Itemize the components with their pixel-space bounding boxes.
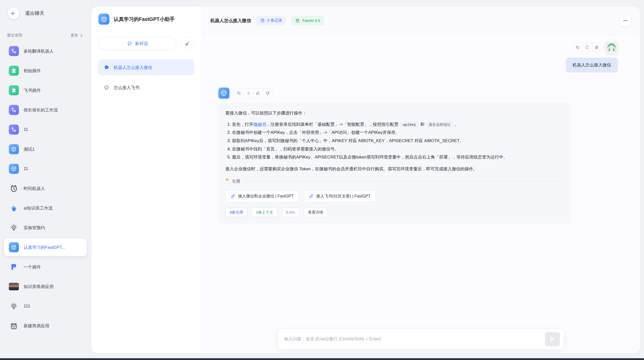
back-button[interactable]: [8, 8, 19, 19]
new-chat-label: 新对话: [135, 41, 148, 47]
step-item: 在微秘书中创建一个APIKey，点击「外部使用」->「API访问」创建一个API…: [232, 129, 562, 137]
link-icon: [231, 194, 235, 198]
history-item-wechat[interactable]: 机器人怎么接入微信: [98, 59, 194, 75]
puzzle-icon: [9, 85, 19, 95]
sidebar-item-translate-bot[interactable]: 多轮翻译机器人: [4, 42, 87, 60]
quote-header: “ 引用: [225, 178, 562, 185]
workflow-icon: [9, 125, 19, 135]
assistant-message-toolbar: [234, 88, 272, 98]
citation-link-wechat[interactable]: 接入微信和企业微信 | FastGPT: [225, 190, 299, 202]
step-item: 首先，打开微秘书，注册登录后找到菜单栏「基础配置」->「智能配置」，按照指引配置…: [232, 121, 562, 129]
sidebar-item-feishu-plugin[interactable]: 飞书插件: [4, 82, 87, 99]
chat-history-panel: 认真学习的FastGPT小助手 新对话 机器人怎么接入微信 怎么接入飞书: [91, 7, 202, 353]
lightbulb-icon: [9, 223, 19, 233]
cube-icon: [218, 88, 229, 99]
sidebar-item-time-bot[interactable]: 时间机器人: [4, 180, 87, 197]
sidebar-item-kb-simple-app[interactable]: 知识库简易应用: [4, 278, 87, 295]
sidebar-item-long-workflow[interactable]: 很长很长的工作流: [4, 101, 87, 119]
retry-icon: [585, 45, 589, 50]
sidebar-item-one-plugin[interactable]: 一个插件: [4, 258, 87, 276]
user-message: 机器人怎么接入微信: [218, 38, 624, 72]
response-meta-row: 9条引用 3条上下文 8.66s 查看详情: [225, 208, 562, 217]
clear-history-button[interactable]: [181, 37, 194, 50]
records-badge: 2 条记录: [256, 16, 286, 25]
app-title: 认真学习的FastGPT小助手: [114, 16, 175, 23]
puzzle-icon: [9, 66, 19, 76]
assistant-card: 要接入微信，可以按照以下步骤进行操作： 首先，打开微秘书，注册登录后找到菜单栏「…: [218, 102, 570, 224]
citation-link-feishu[interactable]: 接入飞书(社区文章) | FastGPT: [304, 190, 376, 202]
assistant-avatar: [218, 87, 230, 99]
app-sidebar: 退出聊天 最近使用 更多 多轮翻译机器人 初始插件 飞书插件 很长很长的工作流 …: [0, 0, 91, 358]
recent-section-label: 最近使用: [7, 33, 22, 38]
assistant-message: 要接入微信，可以按照以下步骤进行操作： 首先，打开微秘书，注册登录后找到菜单栏「…: [218, 87, 624, 224]
wemeet-link[interactable]: 微秘书: [253, 122, 266, 127]
photo-thumbnail: [9, 283, 19, 290]
message-input[interactable]: [284, 337, 545, 342]
trash-icon: [594, 45, 599, 50]
chat-header: 机器人怎么接入微信 2 条记录 FastAI-3.5: [202, 7, 640, 35]
message-input-bar: [277, 329, 564, 350]
view-details-button[interactable]: 查看详情: [304, 208, 327, 217]
chat-bubble-filled-icon: [104, 65, 109, 70]
history-item-label: 怎么接入飞书: [114, 85, 139, 91]
quotes-count-badge[interactable]: 9条引用: [225, 208, 247, 217]
history-item-feishu[interactable]: 怎么接入飞书: [98, 79, 194, 96]
retry-button[interactable]: [582, 43, 592, 52]
user-bubble: 机器人怎么接入微信: [566, 58, 618, 72]
dislike-button[interactable]: [263, 89, 272, 98]
chat-bubble-icon: [127, 41, 132, 46]
workflow-icon: [9, 46, 19, 56]
step-item: 在微秘书中找到「首页」，扫码登录需要接入的微信号。: [232, 145, 562, 153]
app-logo-cube-icon: [98, 14, 109, 25]
quote-label: 引用: [232, 178, 240, 185]
sidebar-item-fastgpt-assistant[interactable]: 认真学习的FastGPT...: [4, 238, 87, 256]
paragraph: 接入企业微信时，还需要购买企业微信 Token，在微秘书的会员开通栏目中自行购买…: [225, 165, 562, 173]
step-item: 获取到APIKey后，填写到微秘书的「个人中心」中，APIKEY 对应 AIBO…: [232, 137, 562, 145]
intro-text: 要接入微信，可以按照以下步骤进行操作：: [225, 109, 562, 117]
sidebar-item-test1[interactable]: 测试1: [4, 140, 87, 158]
quote-icon: “: [225, 180, 229, 184]
new-chat-button[interactable]: 新对话: [98, 37, 176, 50]
sidebar-item-new-simple-app[interactable]: 新建简易应用: [4, 317, 87, 335]
send-button[interactable]: [545, 332, 560, 346]
steps-list: 首先，打开微秘书，注册登录后找到菜单栏「基础配置」->「智能配置」，按照指引配置…: [225, 121, 562, 162]
app-item-label: 很长很长的工作流: [24, 107, 58, 113]
tts-button[interactable]: [244, 89, 253, 98]
sidebar-header: 退出聊天: [0, 0, 91, 27]
sidebar-item-lab-booking[interactable]: 实验室预约: [4, 219, 87, 236]
inline-code-server-root: 服务器根地址: [426, 122, 453, 127]
app-item-label: 知识库简易应用: [24, 284, 54, 290]
more-button[interactable]: 更多: [71, 33, 84, 38]
model-badge: FastAI-3.5: [291, 16, 324, 25]
chat-title: 机器人怎么接入微信: [210, 18, 251, 24]
ellipsis-icon: [623, 18, 628, 23]
context-count-badge[interactable]: 3条上下文: [252, 208, 277, 217]
citations-row: 接入微信和企业微信 | FastGPT 接入飞书(社区文章) | FastGPT: [225, 190, 562, 202]
sidebar-item-11b[interactable]: 11: [4, 160, 87, 178]
broom-icon: [185, 41, 190, 46]
step-item: 最后，填写环境变量，将微秘书的APIKey、APISECRET以及企微token…: [232, 153, 562, 162]
history-list: 机器人怎么接入微信 怎么接入飞书: [98, 59, 194, 96]
sidebar-item-111[interactable]: 111: [4, 297, 87, 315]
app-item-label: 111: [24, 304, 30, 309]
copy-button[interactable]: [573, 43, 582, 52]
robot-icon: [9, 321, 19, 331]
sidebar-item-11a[interactable]: 11: [4, 121, 87, 138]
like-button[interactable]: [253, 89, 263, 98]
more-options-button[interactable]: [619, 15, 631, 27]
inline-code-apikey: apikey: [400, 122, 418, 127]
sidebar-item-kb-workflow[interactable]: ai知识库工作流: [4, 199, 87, 217]
sort-icon: [79, 33, 84, 38]
back-arrow-icon: [11, 11, 16, 16]
recent-apps-list: 多轮翻译机器人 初始插件 飞书插件 很长很长的工作流 11 测试1 11 时间机…: [0, 41, 91, 338]
workflow-icon: [9, 105, 19, 115]
sidebar-item-init-plugin[interactable]: 初始插件: [4, 62, 87, 79]
chat-bubble-outline-icon: [104, 85, 109, 90]
copy-button[interactable]: [234, 89, 244, 98]
chat-area: 机器人怎么接入微信 2 条记录 FastAI-3.5: [202, 7, 640, 353]
delete-button[interactable]: [592, 43, 601, 52]
clock-icon: [9, 183, 19, 193]
app-item-label: 11: [24, 127, 28, 132]
exit-chat-label: 退出聊天: [25, 10, 44, 17]
user-message-toolbar: [572, 43, 601, 52]
